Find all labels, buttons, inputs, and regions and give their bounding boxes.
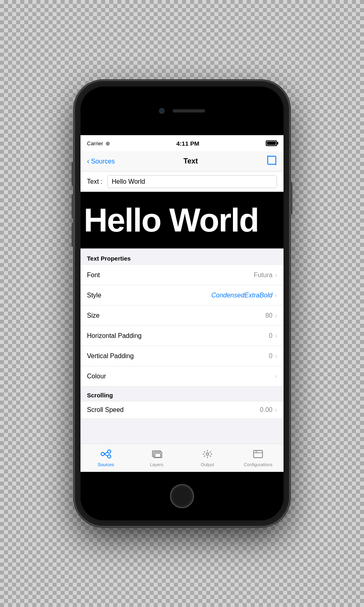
speaker <box>173 109 205 112</box>
chevron-icon-size: › <box>275 312 277 319</box>
configurations-icon <box>252 449 264 461</box>
phone-bottom-bar <box>80 472 284 520</box>
property-value-row-scroll-speed: 0.00 › <box>260 406 277 414</box>
property-value-row-vertical-padding: 0 › <box>269 352 277 360</box>
back-label[interactable]: Sources <box>91 158 115 165</box>
home-button[interactable] <box>170 484 194 508</box>
tab-output[interactable]: Output <box>182 449 233 467</box>
property-label-vertical-padding: Vertical Padding <box>87 352 134 360</box>
svg-line-16 <box>204 451 205 452</box>
svg-rect-0 <box>268 156 276 164</box>
wifi-icon: ⊛ <box>106 140 110 146</box>
tab-sources[interactable]: Sources <box>80 449 131 467</box>
preview-area: Hello World <box>80 192 284 248</box>
layers-icon <box>151 449 162 461</box>
property-row-colour[interactable]: Colour › <box>80 366 284 386</box>
tab-configurations[interactable]: Configurations <box>233 449 284 467</box>
status-bar: Carrier ⊛ 4:11 PM <box>80 135 284 151</box>
property-value-size: 80 <box>265 312 273 319</box>
preview-text: Hello World <box>80 204 258 237</box>
chevron-icon-font: › <box>275 272 277 279</box>
section-header-text-properties: Text Properties <box>80 248 284 265</box>
carrier-info: Carrier ⊛ <box>87 140 110 146</box>
property-label-horizontal-padding: Horizontal Padding <box>87 332 142 340</box>
back-chevron-icon: ‹ <box>87 157 89 166</box>
chevron-icon-horizontal-padding: › <box>275 332 277 340</box>
property-label-colour: Colour <box>87 373 106 380</box>
property-value-vertical-padding: 0 <box>269 352 273 360</box>
property-row-size[interactable]: Size 80 › <box>80 306 284 326</box>
battery-indicator <box>266 140 277 146</box>
battery-icon <box>266 140 277 146</box>
chevron-icon-style: › <box>275 292 277 299</box>
svg-line-19 <box>204 455 205 456</box>
property-value-row-font: Futura › <box>254 272 277 279</box>
property-value-row-horizontal-padding: 0 › <box>269 332 277 340</box>
property-row-horizontal-padding[interactable]: Horizontal Padding 0 › <box>80 326 284 346</box>
property-row-vertical-padding[interactable]: Vertical Padding 0 › <box>80 346 284 366</box>
property-label-style: Style <box>87 292 102 299</box>
property-row-style[interactable]: Style CondensedExtraBold › <box>80 285 284 306</box>
preview-canvas: Hello World <box>80 192 284 248</box>
crop-action-button[interactable] <box>267 155 277 168</box>
svg-point-3 <box>101 452 104 456</box>
property-value-row-size: 80 › <box>265 312 277 319</box>
status-time: 4:11 PM <box>176 140 199 147</box>
property-value-style: CondensedExtraBold <box>211 292 272 299</box>
svg-rect-20 <box>254 450 262 458</box>
svg-line-18 <box>210 451 211 452</box>
property-row-scroll-speed[interactable]: Scroll Speed 0.00 › <box>80 401 284 419</box>
property-row-font[interactable]: Font Futura › <box>80 265 284 285</box>
property-value-horizontal-padding: 0 <box>269 332 273 340</box>
svg-point-5 <box>108 455 111 458</box>
property-value-font: Futura <box>254 272 272 279</box>
properties-scroll: Text Properties Font Futura › Style Cond… <box>80 248 284 444</box>
camera <box>159 108 165 114</box>
carrier-label: Carrier <box>87 140 103 146</box>
back-button[interactable]: ‹ Sources <box>87 157 115 166</box>
phone-device: Carrier ⊛ 4:11 PM ‹ Sources Text <box>75 81 289 526</box>
section-header-scrolling: Scrolling <box>87 392 113 399</box>
page-title: Text <box>184 157 198 166</box>
output-icon <box>202 449 213 461</box>
chevron-icon-vertical-padding: › <box>275 352 277 360</box>
property-value-scroll-speed: 0.00 <box>260 406 273 414</box>
property-value-row-colour: › <box>275 373 277 380</box>
tab-layers-label: Layers <box>150 462 163 467</box>
chevron-icon-colour: › <box>275 373 277 380</box>
phone-top-bar <box>80 87 284 135</box>
svg-line-7 <box>104 454 108 456</box>
sources-icon <box>100 449 112 461</box>
phone-screen-container: Carrier ⊛ 4:11 PM ‹ Sources Text <box>80 87 284 520</box>
screen: Carrier ⊛ 4:11 PM ‹ Sources Text <box>80 135 284 472</box>
tab-configurations-label: Configurations <box>244 462 273 467</box>
tab-output-label: Output <box>201 462 214 467</box>
tab-layers[interactable]: Layers <box>131 449 182 467</box>
property-value-row-style: CondensedExtraBold › <box>211 292 277 299</box>
tab-sources-label: Sources <box>98 462 114 467</box>
svg-line-17 <box>210 455 211 456</box>
chevron-icon-scroll-speed: › <box>275 406 277 414</box>
property-label-font: Font <box>87 272 100 279</box>
text-field-label: Text : <box>87 178 102 185</box>
svg-point-11 <box>206 453 209 455</box>
battery-fill <box>267 142 276 145</box>
svg-line-6 <box>104 452 108 454</box>
navigation-bar: ‹ Sources Text <box>80 151 284 172</box>
svg-rect-10 <box>155 453 161 457</box>
svg-point-4 <box>108 450 111 453</box>
property-label-scroll-speed: Scroll Speed <box>87 406 124 414</box>
text-input-row: Text : <box>80 172 284 192</box>
text-input-field[interactable] <box>107 175 277 188</box>
svg-rect-22 <box>256 451 257 452</box>
property-label-size: Size <box>87 312 99 319</box>
section-spacer-scrolling: Scrolling <box>80 386 284 401</box>
tab-bar: Sources Layers <box>80 444 284 472</box>
